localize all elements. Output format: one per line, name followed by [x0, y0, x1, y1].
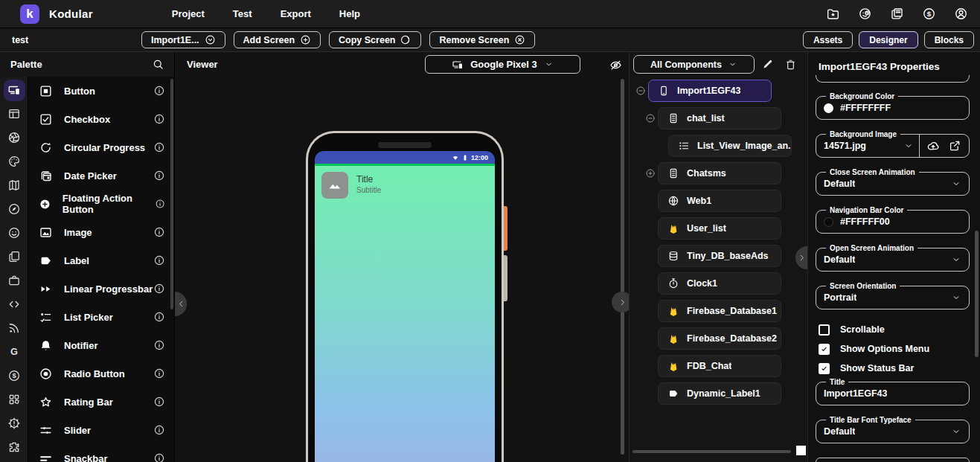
screen-content[interactable]: Title Subtitle: [315, 166, 495, 462]
palette-category-gear-alert[interactable]: [0, 411, 28, 435]
phone-screen[interactable]: 12:00 Title Subtitle: [315, 151, 495, 462]
view-tab-assets[interactable]: Assets: [803, 31, 853, 48]
palette-category-compass[interactable]: [0, 197, 28, 221]
tree-node-chatsms[interactable]: Chatsms: [658, 162, 781, 185]
palette-category-code[interactable]: [0, 292, 28, 316]
components-hscrollbar[interactable]: [632, 450, 791, 453]
menu-test[interactable]: Test: [233, 8, 252, 19]
palette-item-slider[interactable]: Slider: [28, 416, 174, 444]
tree-node-tiny-db-baseads[interactable]: Tiny_DB_baseAds: [658, 245, 781, 267]
device-selector[interactable]: Google Pixel 3: [425, 55, 580, 74]
palette-category-dollar[interactable]: $: [0, 364, 28, 388]
info-icon[interactable]: [153, 339, 165, 351]
info-icon[interactable]: [155, 198, 165, 210]
info-icon[interactable]: [153, 311, 165, 323]
rename-component-icon[interactable]: [761, 58, 774, 71]
palette-item-date-picker[interactable]: Date Picker: [28, 161, 174, 190]
palette-category-g[interactable]: G: [0, 340, 28, 364]
remove-screen-button[interactable]: Remove Screen: [429, 31, 535, 48]
info-icon[interactable]: [153, 424, 165, 436]
palette-item-rating-bar[interactable]: Rating Bar: [28, 388, 174, 416]
field-background-image[interactable]: Background Image 14571.jpg: [816, 134, 970, 158]
palette-item-image[interactable]: Image: [28, 218, 174, 246]
tree-node-firebase-database2[interactable]: Firebase_Database2: [658, 327, 781, 350]
menu-help[interactable]: Help: [339, 8, 360, 19]
palette-category-face[interactable]: [0, 221, 28, 245]
library-icon[interactable]: [890, 7, 904, 21]
tree-node-web1[interactable]: Web1: [658, 190, 781, 212]
palette-category-rss[interactable]: [0, 316, 28, 340]
collapse-palette-button[interactable]: [175, 292, 187, 316]
toggle-show-status-bar[interactable]: Show Status Bar: [819, 362, 980, 374]
field-close-screen-animation[interactable]: Close Screen Animation Default: [816, 172, 970, 196]
palette-item-radio-button[interactable]: Radio Button: [28, 359, 174, 388]
expand-node-icon[interactable]: [645, 168, 656, 179]
palette-item-floating-action-button[interactable]: Floating Action Button: [28, 190, 174, 218]
tree-node-firebase-database1[interactable]: Firebase_Database1: [658, 300, 781, 322]
palette-category-devices[interactable]: [0, 78, 28, 102]
earnings-icon[interactable]: $: [922, 7, 936, 21]
palette-scrollbar[interactable]: [170, 79, 173, 309]
checkbox-checked-icon[interactable]: [819, 363, 830, 374]
tree-node-user-list[interactable]: User_list: [658, 217, 781, 240]
components-filter-dropdown[interactable]: All Components: [633, 55, 755, 74]
palette-item-checkbox[interactable]: Checkbox: [28, 105, 174, 133]
upload-image-icon[interactable]: [926, 139, 940, 153]
palette-category-palette[interactable]: [0, 150, 28, 173]
info-icon[interactable]: [153, 396, 165, 408]
tree-node-clock1[interactable]: Clock1: [658, 272, 781, 295]
view-tab-blocks[interactable]: Blocks: [924, 31, 974, 48]
info-icon[interactable]: [153, 113, 165, 125]
info-icon[interactable]: [153, 283, 165, 295]
info-icon[interactable]: [153, 368, 165, 379]
palette-category-briefcase[interactable]: [0, 269, 28, 292]
info-icon[interactable]: [153, 85, 165, 97]
checkbox-unchecked-icon[interactable]: [819, 324, 830, 336]
palette-category-table[interactable]: [0, 102, 28, 126]
community-icon[interactable]: [858, 7, 872, 21]
projects-folder-icon[interactable]: [826, 7, 840, 21]
palette-category-grid[interactable]: [0, 388, 28, 411]
tree-node-list-view-image-an[interactable]: List_View_Image_an...: [668, 135, 792, 157]
checkbox-checked-icon[interactable]: [819, 344, 830, 355]
info-icon[interactable]: [153, 254, 165, 266]
palette-category-map[interactable]: [0, 173, 28, 197]
delete-component-icon[interactable]: [784, 58, 797, 71]
palette-category-pages[interactable]: [0, 245, 28, 269]
toggle-scrollable[interactable]: Scrollable: [819, 324, 980, 336]
palette-item-circular-progress[interactable]: Circular Progress: [28, 133, 174, 161]
info-icon[interactable]: [153, 452, 165, 462]
field-cut-off-top[interactable]: [816, 75, 970, 83]
properties-scrollbar[interactable]: [975, 231, 979, 357]
palette-item-snackbar[interactable]: Snackbar: [28, 444, 174, 462]
menu-project[interactable]: Project: [172, 8, 205, 19]
kodular-logo[interactable]: k: [20, 4, 39, 24]
open-image-icon[interactable]: [948, 139, 961, 153]
field-screen-orientation[interactable]: Screen Orientation Portrait: [816, 286, 970, 309]
field-cut-off-bottom[interactable]: [816, 458, 970, 462]
tree-node-chat-list[interactable]: chat_list: [658, 107, 781, 129]
info-icon[interactable]: [153, 170, 165, 182]
tree-node-import1egf43[interactable]: Import1EGF43: [648, 80, 772, 102]
tree-node-fdb-chat[interactable]: FDB_Chat: [658, 355, 781, 377]
collapse-node-icon[interactable]: [645, 113, 656, 123]
info-icon[interactable]: [153, 226, 165, 238]
copy-screen-button[interactable]: Copy Screen: [329, 31, 421, 48]
account-icon[interactable]: [954, 7, 968, 21]
menu-export[interactable]: Export: [281, 8, 311, 19]
field-title[interactable]: Title Import1EGF43: [816, 382, 970, 405]
toggle-hidden-components-icon[interactable]: [609, 58, 623, 72]
scroll-corner-handle[interactable]: [796, 446, 806, 455]
toggle-show-options-menu[interactable]: Show Options Menu: [819, 343, 980, 355]
palette-category-shutter[interactable]: [0, 126, 28, 150]
viewer-scrollbar[interactable]: [621, 79, 624, 455]
tree-node-dynamic-label1[interactable]: Dynamic_Label1: [658, 382, 781, 405]
add-screen-button[interactable]: Add Screen: [234, 31, 321, 48]
info-icon[interactable]: [153, 141, 165, 153]
field-title-bar-font-typeface[interactable]: Title Bar Font Typeface Default: [816, 420, 970, 443]
palette-item-linear-progressbar[interactable]: Linear Progressbar: [28, 275, 174, 303]
field-navigation-bar-color[interactable]: Navigation Bar Color #FFFFFF00: [816, 210, 970, 234]
view-tab-designer[interactable]: Designer: [859, 31, 917, 48]
field-open-screen-animation[interactable]: Open Screen Animation Default: [816, 248, 970, 272]
palette-item-label[interactable]: Label: [28, 246, 174, 275]
